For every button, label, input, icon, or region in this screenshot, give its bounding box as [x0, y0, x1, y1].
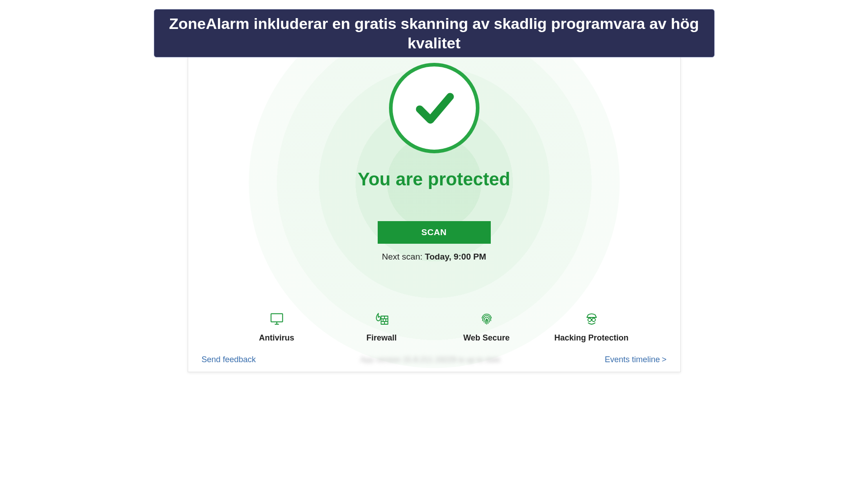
svg-point-11 — [592, 318, 595, 322]
fingerprint-icon — [479, 311, 495, 329]
events-timeline-label: Events timeline — [605, 355, 660, 364]
next-scan-value: Today, 9:00 PM — [425, 252, 486, 261]
nav-item-hacking-protection[interactable]: Hacking Protection — [551, 311, 632, 343]
nav-label: Web Secure — [463, 333, 510, 343]
status-section: You are protected SCAN Next scan: Today,… — [188, 56, 680, 262]
app-window: You are protected SCAN Next scan: Today,… — [188, 56, 681, 372]
footer-version-obscured: App version 15.8.211.19229 is up to date — [360, 355, 500, 364]
hacker-icon — [583, 311, 600, 329]
next-scan-label: Next scan: — [382, 252, 425, 261]
svg-rect-0 — [271, 314, 283, 322]
nav-item-antivirus[interactable]: Antivirus — [236, 311, 318, 343]
footer-row: Send feedback App version 15.8.211.19229… — [188, 355, 680, 364]
scan-button[interactable]: SCAN — [378, 221, 491, 244]
nav-item-web-secure[interactable]: Web Secure — [446, 311, 527, 343]
checkmark-icon — [413, 86, 455, 131]
nav-label: Hacking Protection — [554, 333, 628, 343]
firewall-icon — [374, 311, 390, 329]
nav-label: Antivirus — [259, 333, 294, 343]
caption-banner: ZoneAlarm inkluderar en gratis skanning … — [154, 9, 715, 57]
next-scan-text: Next scan: Today, 9:00 PM — [382, 252, 486, 262]
events-timeline-link[interactable]: Events timeline> — [605, 355, 667, 364]
nav-item-firewall[interactable]: Firewall — [341, 311, 422, 343]
monitor-icon — [269, 311, 285, 329]
nav-label: Firewall — [366, 333, 397, 343]
svg-point-10 — [588, 318, 591, 322]
status-headline: You are protected — [358, 169, 510, 189]
send-feedback-link[interactable]: Send feedback — [202, 355, 256, 364]
nav-row: Antivirus Firewall — [188, 311, 680, 343]
status-check-badge — [389, 63, 479, 153]
chevron-right-icon: > — [662, 355, 667, 364]
